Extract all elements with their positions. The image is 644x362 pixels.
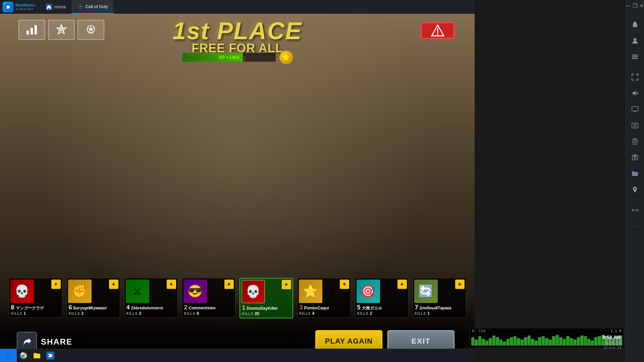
clipboard-icon[interactable] — [628, 134, 642, 149]
avatar-8: 🔄 — [414, 280, 438, 303]
account-icon[interactable] — [628, 33, 642, 48]
dots-icon: ··· — [631, 222, 639, 231]
svg-rect-25 — [632, 58, 638, 59]
svg-point-14 — [437, 34, 438, 35]
svg-rect-4 — [31, 28, 33, 35]
svg-point-37 — [634, 157, 636, 159]
svg-rect-32 — [634, 138, 636, 140]
sidebar-divider-1 — [629, 14, 641, 14]
rank-4: 2 — [184, 304, 187, 311]
taskbar-bluestacks[interactable] — [44, 349, 57, 362]
rank-5: 1 — [242, 304, 246, 311]
kills-3: 2 — [139, 311, 141, 316]
name-6: PomboCaqui — [304, 306, 329, 310]
rank-6: 3 — [300, 304, 303, 311]
screenshot-icon[interactable] — [628, 150, 642, 165]
volume-icon[interactable] — [628, 86, 642, 101]
notification-icon[interactable] — [628, 17, 642, 32]
taskbar-start[interactable] — [0, 349, 17, 362]
kills-4: 6 — [197, 311, 199, 316]
svg-point-39 — [634, 188, 636, 190]
avatar-6: ⭐ — [299, 280, 322, 303]
right-sidebar: — ❐ ✕ — [626, 0, 644, 362]
player-card-5: 💀 + 1 DoomsDayKiller KILLS 20 — [239, 278, 293, 318]
avatar-1: 💀 — [10, 280, 34, 303]
place-main: 1st PLACE — [172, 19, 302, 43]
kills-1: 1 — [23, 311, 26, 316]
player-card-1: 💀 + 8 マンゴークラゲ KILLS 1 — [9, 278, 62, 318]
xp-bar: XP +1464 — [182, 53, 276, 62]
add-friend-1[interactable]: + — [51, 280, 61, 289]
bluestacks-logo: BlueStacks 4.140.2.1004 — [0, 2, 40, 12]
achievement-button[interactable] — [77, 20, 104, 40]
kills-8: 1 — [427, 311, 430, 316]
medal-button[interactable] — [48, 20, 75, 40]
taskbar-folder[interactable] — [30, 349, 44, 362]
close-button[interactable]: ✕ — [639, 3, 644, 9]
camera-icon[interactable] — [628, 118, 642, 133]
time-display: 9:58 AM 13-Oct-19 — [603, 334, 621, 346]
rank-1: 8 — [11, 304, 14, 311]
player-card-4: 😎 + 2 Commentsten KILLS 6 — [182, 278, 235, 318]
avatar-4: 😎 — [183, 280, 207, 303]
add-friend-5[interactable]: + — [282, 280, 291, 289]
rank-8: 7 — [415, 304, 418, 311]
add-friend-8[interactable]: + — [455, 280, 465, 289]
svg-rect-36 — [632, 156, 638, 160]
taskbar — [0, 349, 475, 362]
tab-home[interactable]: Home — [40, 0, 71, 14]
display-icon[interactable] — [628, 102, 642, 117]
kills-2: 2 — [81, 311, 84, 316]
performance-graph: 0: 724 1.1 K — [470, 328, 624, 348]
svg-rect-3 — [26, 31, 29, 35]
folder-icon[interactable] — [628, 166, 642, 181]
sidebar-divider-3 — [629, 200, 641, 200]
perf-bars — [470, 334, 624, 346]
name-2: БегущийКумкват — [73, 306, 107, 310]
player-card-2: ✊ + 6 БегущийКумкват KILLS 2 — [66, 278, 120, 318]
name-3: Zèbredutonnerre — [131, 306, 163, 310]
more-options[interactable]: ··· — [628, 219, 642, 234]
add-friend-3[interactable]: + — [167, 280, 176, 289]
name-5: DoomsDayKiller — [247, 306, 278, 311]
svg-rect-5 — [35, 25, 37, 35]
taskbar-chrome[interactable] — [17, 349, 30, 362]
alert-button[interactable] — [421, 22, 454, 39]
topbar: BlueStacks 4.140.2.1004 Home — [0, 0, 475, 14]
restore-button[interactable]: ❐ — [632, 3, 638, 9]
svg-rect-15 — [5, 353, 8, 355]
menu-icon[interactable] — [628, 49, 642, 64]
stats-button[interactable] — [18, 20, 45, 40]
location-icon[interactable] — [628, 182, 642, 197]
bluestacks-text: BlueStacks 4.140.2.1004 — [15, 3, 35, 11]
add-friend-6[interactable]: + — [340, 280, 349, 289]
player-card-7: 🎯 + 5 大根ガエル KILLS 2 — [355, 278, 409, 318]
name-7: 大根ガエル — [362, 305, 382, 311]
svg-rect-17 — [5, 356, 8, 359]
sidebar-divider-2 — [629, 67, 641, 67]
add-friend-7[interactable]: + — [397, 280, 407, 289]
avatar-5: 💀 — [241, 280, 265, 303]
xp-coin: ⭐ — [279, 51, 293, 64]
kills-7: 2 — [370, 311, 372, 316]
xp-bar-container: XP +1464 ⭐ — [182, 51, 293, 64]
add-friend-2[interactable]: + — [109, 280, 118, 289]
avatar-2: ✊ — [68, 280, 92, 303]
resize-icon[interactable] — [628, 203, 642, 218]
rank-2: 6 — [69, 304, 72, 311]
perf-time: 13-Oct-19 — [470, 346, 624, 350]
svg-point-30 — [634, 125, 636, 127]
rank-3: 4 — [126, 304, 130, 311]
add-friend-4[interactable]: + — [224, 280, 234, 289]
player-card-6: ⭐ + 3 PomboCaqui KILLS 4 — [297, 278, 351, 318]
fullscreen-icon[interactable] — [628, 70, 642, 84]
kills-6: 4 — [312, 311, 314, 316]
svg-point-22 — [634, 38, 636, 41]
svg-rect-18 — [9, 356, 11, 359]
xp-text: XP +1464 — [219, 55, 239, 60]
avatar-7: 🎯 — [357, 280, 380, 303]
tab-cod[interactable]: Call of Duty — [71, 0, 113, 14]
minimize-button[interactable]: — — [625, 3, 631, 9]
svg-rect-16 — [9, 353, 11, 355]
game-area: BlueStacks 4.140.2.1004 Home — [0, 0, 475, 362]
